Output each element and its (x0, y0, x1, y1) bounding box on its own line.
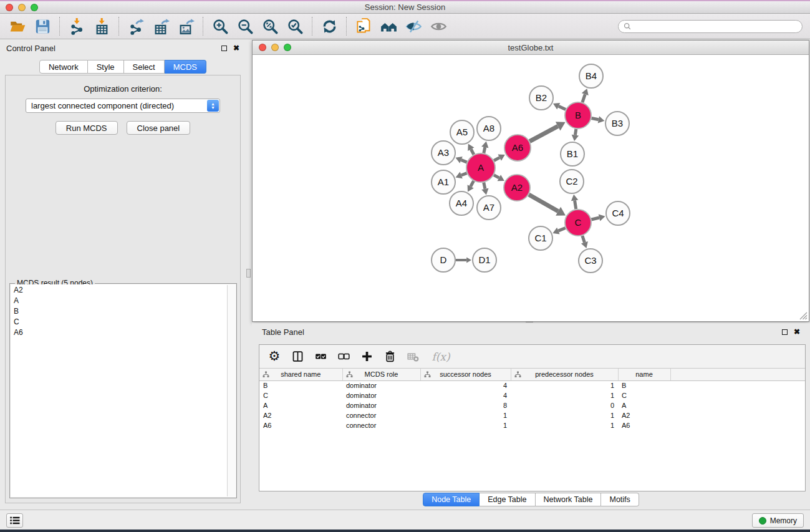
close-panel-icon[interactable]: ✖ (233, 44, 239, 52)
graph-node-label-D1: D1 (478, 254, 490, 265)
show-all-button[interactable] (376, 16, 401, 37)
result-list-scrollbar[interactable] (227, 285, 235, 496)
export-table-button[interactable] (148, 16, 173, 37)
delete-column-button[interactable] (381, 348, 398, 365)
table-row[interactable]: A6 connector 1 1 A6 (259, 420, 805, 430)
open-session-button[interactable] (5, 16, 30, 37)
table-header-row: shared name MCDS role successor nodes pr… (259, 369, 805, 380)
network-window-titlebar[interactable]: testGlobe.txt (253, 41, 809, 55)
export-network-icon (128, 18, 145, 35)
graph-edge-C-C2[interactable] (575, 200, 576, 209)
tab-node-table[interactable]: Node Table (423, 493, 480, 506)
run-mcds-button[interactable]: Run MCDS (55, 121, 118, 135)
list-item[interactable]: A (11, 295, 236, 306)
graph-edge-A-A5[interactable] (471, 149, 474, 155)
graph-edge-C-C1[interactable] (558, 228, 565, 231)
graph-edge-C-C3[interactable] (582, 236, 585, 243)
columns-icon (291, 350, 304, 363)
resize-grip-icon[interactable] (799, 311, 808, 320)
tab-style[interactable]: Style (88, 60, 124, 74)
show-columns-button[interactable] (289, 348, 306, 365)
import-table-button[interactable] (89, 16, 114, 37)
column-header-name[interactable]: name (618, 369, 670, 380)
clone-network-button[interactable] (351, 16, 376, 37)
clone-network-icon (355, 18, 372, 35)
graph-node-label-A2: A2 (511, 182, 523, 193)
graph-edge-A2-C[interactable] (529, 195, 558, 211)
show-task-history-button[interactable] (6, 513, 23, 528)
graph-edge-A-A6[interactable] (494, 158, 499, 161)
vertical-splitter-handle[interactable] (246, 269, 251, 278)
tab-select[interactable]: Select (124, 60, 165, 74)
list-item[interactable]: C (11, 316, 236, 327)
table-row[interactable]: A2 connector 1 1 A2 (259, 410, 805, 420)
add-column-button[interactable] (358, 348, 375, 365)
table-row[interactable]: C dominator 4 1 C (259, 390, 805, 400)
list-item[interactable]: A2 (11, 284, 236, 295)
column-header-mcds-role[interactable]: MCDS role (342, 369, 420, 380)
close-panel-button[interactable]: Close panel (127, 121, 191, 135)
search-input[interactable] (634, 22, 797, 31)
zoom-fit-icon (262, 18, 279, 35)
zoom-in-button[interactable] (208, 16, 233, 37)
zoom-in-icon (212, 18, 229, 35)
close-table-panel-icon[interactable]: ✖ (794, 328, 800, 336)
zoom-fit-button[interactable] (258, 16, 282, 37)
column-header-shared-name[interactable]: shared name (259, 369, 342, 380)
refresh-icon (321, 18, 338, 35)
graph-edge-A-A1[interactable] (461, 173, 467, 175)
graph-edge-A6-B[interactable] (529, 126, 557, 141)
control-panel: Control Panel ✖ Network Style Select MCD… (0, 39, 246, 510)
show-hidden-button[interactable] (426, 16, 451, 37)
tab-mcds[interactable]: MCDS (165, 60, 206, 74)
network-canvas[interactable]: AA1A2A3A4A5A6A7A8BB1B2B3B4CC1C2C3C4DD1 (253, 55, 809, 321)
unselect-all-button[interactable] (335, 348, 352, 365)
toolbar-separator (312, 17, 312, 36)
graph-edge-B-B2[interactable] (559, 106, 566, 109)
table-settings-button[interactable]: ⚙ (266, 348, 283, 365)
column-header-predecessor-nodes[interactable]: predecessor nodes (511, 369, 618, 380)
zoom-selected-button[interactable] (282, 16, 307, 37)
graph-edge-A-A7[interactable] (484, 183, 485, 189)
graph-edge-C-C4[interactable] (591, 218, 599, 220)
graph-edge-A-A4[interactable] (471, 181, 474, 186)
tab-edge-table[interactable]: Edge Table (480, 493, 535, 506)
function-builder-button[interactable]: f(x) (427, 348, 455, 365)
save-session-button[interactable] (30, 16, 55, 37)
graph-edge-arrowhead (572, 135, 579, 141)
list-item[interactable]: A6 (11, 327, 236, 337)
float-panel-icon[interactable] (221, 46, 227, 51)
graph-edge-arrowhead (571, 195, 578, 201)
table-row[interactable]: B dominator 4 1 B (259, 380, 805, 390)
float-table-panel-icon[interactable] (782, 329, 788, 335)
export-network-button[interactable] (123, 16, 148, 37)
graph-edge-B-B4[interactable] (582, 94, 585, 102)
table-tabs: Node Table Edge Table Network Table Moti… (252, 493, 810, 506)
select-all-button[interactable] (312, 348, 329, 365)
import-table-icon (94, 18, 110, 35)
tab-motifs[interactable]: Motifs (601, 493, 639, 506)
tab-network[interactable]: Network (39, 60, 88, 74)
column-header-successor-nodes[interactable]: successor nodes (420, 369, 511, 380)
refresh-layout-button[interactable] (317, 16, 342, 37)
graph-edge-B-B3[interactable] (592, 118, 599, 119)
delete-table-button[interactable] (404, 348, 422, 365)
memory-button[interactable]: Memory (752, 513, 804, 528)
search-field[interactable] (618, 20, 803, 33)
graph-edge-A-A2[interactable] (494, 175, 499, 178)
zoom-out-button[interactable] (233, 16, 258, 37)
graph-node-label-A5: A5 (456, 127, 468, 137)
export-image-button[interactable] (173, 16, 198, 37)
graph-node-label-A6: A6 (512, 142, 523, 153)
graph-edge-A-A8[interactable] (484, 147, 485, 153)
import-network-button[interactable] (64, 16, 89, 37)
app-titlebar: Session: New Session (0, 0, 810, 14)
hide-selected-button[interactable] (401, 16, 426, 37)
tab-network-table[interactable]: Network Table (536, 493, 602, 506)
optimization-criterion-select[interactable]: largest connected component (directed) ▲… (26, 99, 220, 113)
graph-edge-A-A3[interactable] (461, 160, 467, 162)
table-row[interactable]: A dominator 8 0 A (259, 400, 805, 410)
graph-edge-arrowhead (598, 116, 605, 123)
graph-edge-B-B1[interactable] (575, 129, 576, 135)
list-item[interactable]: B (11, 306, 236, 316)
